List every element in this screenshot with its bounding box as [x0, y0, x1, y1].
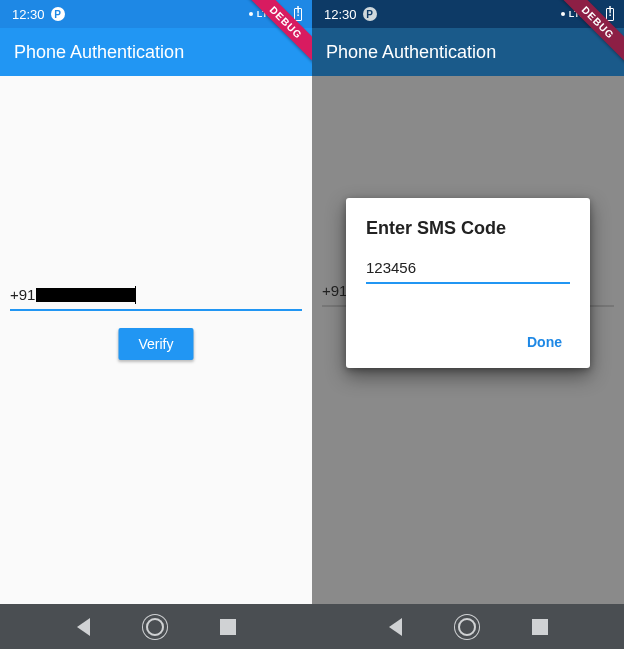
text-cursor-icon — [135, 286, 136, 304]
screen-phone-entry: 12:30 P LTE DEBUG Phone Authentication +… — [0, 0, 312, 604]
verify-button[interactable]: Verify — [118, 328, 193, 360]
status-time: 12:30 — [12, 7, 45, 22]
back-button-icon[interactable] — [389, 618, 402, 636]
phone-row: +91 — [10, 282, 302, 311]
recents-button-icon[interactable] — [532, 619, 548, 635]
phone-number-redacted — [36, 288, 136, 302]
nav-right — [312, 604, 624, 649]
nav-left — [0, 604, 312, 649]
home-button-icon[interactable] — [146, 618, 164, 636]
system-nav-bar — [0, 604, 624, 649]
phone-input[interactable]: +91 — [10, 282, 302, 311]
status-time: 12:30 — [324, 7, 357, 22]
screen-sms-dialog: 12:30 P LTE DEBUG Phone Authentication +… — [312, 0, 624, 604]
p-icon: P — [51, 7, 65, 21]
network-dot-icon — [561, 12, 565, 16]
battery-alert-icon — [606, 8, 614, 21]
home-button-icon[interactable] — [458, 618, 476, 636]
back-button-icon[interactable] — [77, 618, 90, 636]
body-area: +91 Enter SMS Code Done — [312, 76, 624, 604]
p-icon: P — [363, 7, 377, 21]
dialog-title: Enter SMS Code — [366, 218, 570, 239]
app-bar-title: Phone Authentication — [14, 42, 184, 63]
app-bar: Phone Authentication — [0, 28, 312, 76]
recents-button-icon[interactable] — [220, 619, 236, 635]
body-area: +91 Verify — [0, 76, 312, 604]
screenshot-pair: 12:30 P LTE DEBUG Phone Authentication +… — [0, 0, 624, 604]
app-bar: Phone Authentication — [312, 28, 624, 76]
done-button[interactable]: Done — [519, 328, 570, 356]
phone-prefix: +91 — [10, 286, 35, 303]
app-bar-title: Phone Authentication — [326, 42, 496, 63]
sms-code-input[interactable] — [366, 257, 570, 284]
battery-alert-icon — [294, 8, 302, 21]
sms-code-dialog: Enter SMS Code Done — [346, 198, 590, 368]
network-dot-icon — [249, 12, 253, 16]
dialog-actions: Done — [366, 328, 570, 356]
status-left: 12:30 P — [324, 7, 377, 22]
status-left: 12:30 P — [12, 7, 65, 22]
